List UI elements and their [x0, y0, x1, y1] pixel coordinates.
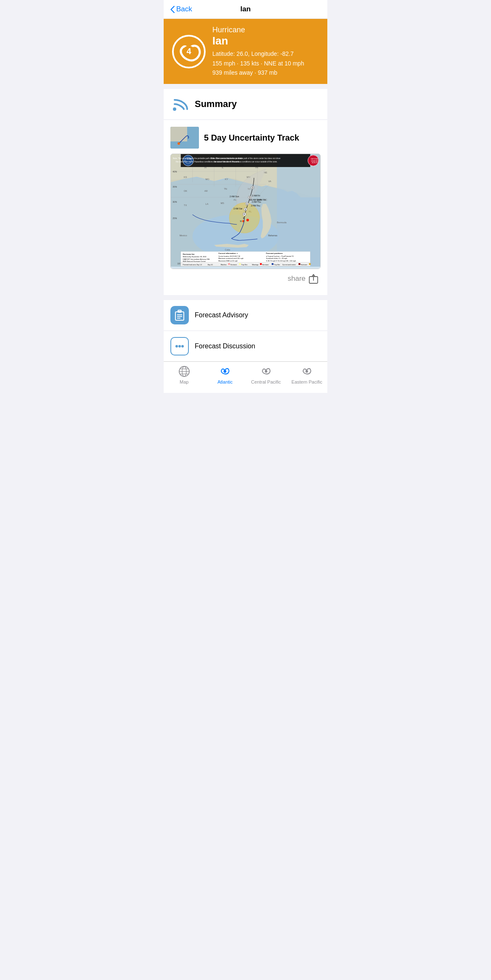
svg-text:NATIONAL: NATIONAL	[311, 159, 319, 160]
svg-text:Wednesday September 28, 2022: Wednesday September 28, 2022	[183, 256, 206, 258]
share-icon[interactable]	[308, 273, 319, 284]
svg-text:Watches:: Watches:	[221, 264, 227, 266]
svg-text:Hurricane: Hurricane	[262, 264, 269, 266]
page-title: Ian	[240, 5, 251, 13]
svg-text:Bahamas: Bahamas	[268, 234, 277, 237]
forecast-advisory-section[interactable]: Forecast Advisory	[164, 300, 327, 330]
svg-rect-105	[228, 263, 230, 265]
svg-text:Mexico: Mexico	[180, 234, 187, 237]
tab-central-pacific-label: Central Pacific	[251, 379, 281, 384]
svg-text:Movement NNE at 10 mph: Movement NNE at 10 mph	[219, 260, 238, 262]
share-label: share	[287, 274, 306, 283]
hurricane-coords: Latitude: 26.0, Longitude: -82.7 155 mph…	[212, 49, 319, 77]
svg-text:Day 4-5: Day 4-5	[208, 264, 213, 266]
clipboard-icon	[170, 306, 189, 324]
summary-section[interactable]: Summary	[164, 89, 327, 119]
share-row[interactable]: share	[170, 269, 321, 288]
svg-rect-120	[175, 312, 184, 320]
svg-rect-115	[298, 263, 300, 265]
tab-map-label: Map	[180, 379, 188, 384]
svg-text:LA: LA	[206, 203, 209, 206]
svg-text:8 AM EDT Intermediate Advisory: 8 AM EDT Intermediate Advisory 23A	[183, 259, 209, 260]
svg-text:2 AM Sat: 2 AM Sat	[234, 207, 243, 210]
track-card[interactable]: 5 Day Uncertainty Track	[164, 120, 327, 295]
coordinates-text: Latitude: 26.0, Longitude: -82.7	[212, 49, 319, 58]
svg-text:Potential track area: Day 1-3: Potential track area: Day 1-3	[183, 264, 202, 266]
svg-text:Forecast positions:: Forecast positions:	[266, 253, 283, 255]
svg-text:MS: MS	[221, 202, 225, 204]
svg-text:S: S	[246, 203, 248, 205]
svg-text:Sustained winds:  D < 39 mph: Sustained winds: D < 39 mph	[266, 258, 287, 260]
svg-text:S: S	[245, 209, 246, 211]
svg-text:AR: AR	[204, 190, 208, 193]
hurricane-type: Hurricane	[212, 26, 319, 34]
forecast-discussion-section[interactable]: Forecast Discussion	[164, 331, 327, 361]
svg-point-127	[181, 345, 184, 348]
rss-icon	[170, 95, 189, 113]
svg-text:35N: 35N	[172, 186, 177, 188]
svg-text:Current information: ×: Current information: ×	[219, 253, 238, 255]
svg-rect-121	[178, 311, 181, 313]
tab-map[interactable]: Map	[164, 365, 205, 384]
back-label: Back	[176, 5, 192, 13]
svg-text:Center location 26.0 N 82.7 W: Center location 26.0 N 82.7 W	[219, 256, 240, 257]
back-button[interactable]: Back	[170, 5, 192, 13]
svg-text:2 AM Thu: 2 AM Thu	[252, 201, 261, 203]
svg-text:2 AM Sun: 2 AM Sun	[230, 196, 239, 198]
tab-eastern-pacific[interactable]: Eastern Pacific	[287, 365, 328, 384]
hurricane-category: 4	[183, 46, 195, 57]
track-thumbnail	[170, 127, 199, 149]
svg-point-125	[175, 345, 178, 348]
svg-text:H: H	[243, 213, 245, 216]
svg-text:Bermuda: Bermuda	[277, 221, 287, 224]
svg-text:OK: OK	[184, 190, 187, 193]
svg-text:MO: MO	[206, 178, 210, 180]
svg-text:Hurricane: Hurricane	[301, 264, 308, 266]
tab-eastern-pacific-label: Eastern Pacific	[292, 379, 322, 384]
svg-point-55	[246, 219, 249, 222]
svg-point-5	[178, 142, 180, 145]
svg-rect-4	[170, 127, 187, 141]
forecast-advisory-title: Forecast Advisory	[195, 311, 248, 319]
svg-text:M: M	[240, 220, 242, 222]
svg-point-126	[178, 345, 181, 348]
svg-text:Cuba: Cuba	[225, 248, 230, 251]
tab-atlantic[interactable]: Atlantic	[205, 365, 246, 384]
svg-rect-107	[239, 263, 241, 265]
track-title: 5 Day Uncertainty Track	[204, 133, 299, 143]
tab-central-pacific[interactable]: Central Pacific	[246, 365, 287, 384]
svg-text:Maximum sustained wind 155 mph: Maximum sustained wind 155 mph	[219, 258, 243, 260]
svg-text:S 39-73 mph  H 74-110 mph  M >: S 39-73 mph H 74-110 mph M > 110 mph	[266, 260, 296, 262]
svg-rect-8	[277, 154, 320, 267]
svg-text:Current wind extent:: Current wind extent:	[282, 264, 296, 266]
svg-text:×: ×	[243, 217, 245, 220]
summary-title: Summary	[195, 99, 237, 110]
svg-text:SERVICE: SERVICE	[312, 162, 319, 164]
track-map: 40N 35N 30N 25N 100W 95W 90W 85W 80W 75W…	[170, 154, 321, 269]
distance-text: 939 miles away · 937 mb	[212, 68, 319, 77]
tab-atlantic-label: Atlantic	[217, 379, 232, 384]
svg-text:25N: 25N	[172, 217, 177, 220]
hurricane-icon: 4	[172, 35, 206, 68]
svg-text:Trop Stm: Trop Stm	[241, 264, 248, 266]
svg-text:KY: KY	[225, 178, 228, 180]
svg-text:30N: 30N	[172, 201, 177, 203]
svg-text:TN: TN	[224, 188, 227, 190]
hurricane-banner: 4 Hurricane Ian Latitude: 26.0, Longitud…	[164, 19, 327, 84]
svg-text:Hurricane Ian: Hurricane Ian	[183, 253, 194, 255]
svg-text:KS: KS	[184, 176, 187, 178]
svg-rect-117	[309, 263, 311, 265]
svg-text:AL: AL	[234, 199, 237, 201]
svg-text:2 PM Fri: 2 PM Fri	[257, 199, 265, 201]
svg-text:2 AM Fri: 2 AM Fri	[252, 194, 260, 197]
track-header: 5 Day Uncertainty Track	[170, 127, 321, 149]
hurricane-name: Ian	[212, 34, 319, 47]
svg-rect-110	[260, 263, 262, 265]
svg-text:the size of the storm. Hazardo: the size of the storm. Hazardous conditi…	[214, 161, 277, 163]
hurricane-info: Hurricane Ian Latitude: 26.0, Longitude:…	[212, 26, 319, 77]
svg-text:Note: The cone contains the pr: Note: The cone contains the probable pat…	[211, 157, 281, 159]
svg-text:Warnings:: Warnings:	[252, 264, 259, 266]
svg-text:TX: TX	[184, 204, 187, 206]
svg-text:40N: 40N	[172, 170, 177, 173]
wind-speed-text: 155 mph · 135 kts · NNE at 10 mph	[212, 59, 319, 68]
